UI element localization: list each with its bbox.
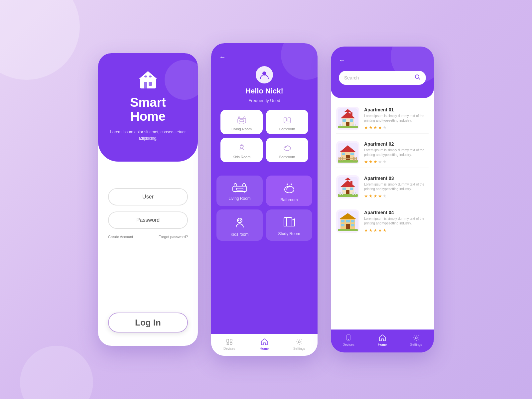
search-bottom-navigation: Devices Home Settings [331, 330, 434, 352]
back-arrow-icon[interactable]: ← [219, 53, 226, 61]
svg-rect-3 [149, 82, 152, 86]
nav-devices[interactable]: Devices [223, 338, 235, 350]
svg-rect-38 [352, 124, 354, 126]
svg-rect-36 [339, 124, 341, 126]
svg-rect-0 [140, 78, 156, 88]
search-nav-settings[interactable]: Settings [410, 334, 422, 346]
freq-card-kids-room[interactable]: Kids Room [220, 138, 263, 162]
svg-point-11 [240, 145, 243, 148]
svg-rect-65 [352, 192, 354, 195]
svg-rect-31 [346, 122, 349, 126]
svg-rect-39 [355, 124, 356, 126]
apartment-02-info: Apartment 02 Lorem ipsum is simply dummy… [364, 141, 429, 164]
apartment-04-info: Apartment 04 Lorem ipsum is simply dummy… [364, 210, 429, 233]
bottom-navigation: Devices Home Settings [211, 334, 318, 356]
search-header: ← Search [331, 47, 434, 98]
svg-point-4 [144, 75, 147, 77]
svg-point-16 [287, 184, 288, 185]
svg-rect-75 [351, 224, 354, 226]
apartment-card-01[interactable]: Apartment 01 Lorem ipsum is simply dummy… [336, 103, 429, 134]
apartment-03-stars: ★ ★ ★ ★ ★ [364, 194, 429, 199]
svg-rect-7 [238, 118, 246, 123]
svg-point-17 [291, 184, 292, 185]
rooms-section: Living Room Bathroom [211, 172, 318, 334]
forgot-password-link[interactable]: Forgot password? [159, 235, 188, 239]
svg-rect-13 [233, 186, 247, 192]
apartment-card-02[interactable]: Apartment 02 Lorem ipsum is simply dummy… [336, 138, 429, 168]
svg-rect-22 [230, 339, 232, 341]
nav-settings[interactable]: Settings [293, 338, 305, 350]
search-input[interactable]: Search [344, 75, 411, 80]
search-nav-home[interactable]: Home [378, 334, 387, 346]
freq-card-bathroom2[interactable]: Bathroom [266, 138, 308, 162]
room-card-study[interactable]: Study Room [266, 209, 312, 241]
svg-rect-45 [350, 153, 354, 155]
svg-point-12 [284, 146, 291, 151]
room-card-bathroom[interactable]: Bathroom [266, 176, 312, 206]
login-links: Create Account Forgot password? [108, 235, 188, 239]
svg-rect-21 [227, 339, 229, 342]
apartments-list: Apartment 01 Lorem ipsum is simply dummy… [331, 98, 434, 330]
svg-rect-9 [284, 118, 287, 121]
svg-rect-76 [338, 229, 358, 231]
login-form: User Password Create Account Forgot pass… [98, 162, 198, 346]
search-nav-devices-label: Devices [342, 343, 354, 346]
home-header: ← Hello Nick! Frequently Used Living Roo… [211, 43, 318, 172]
search-icon[interactable] [415, 74, 421, 81]
login-button[interactable]: Log In [108, 313, 188, 332]
apartment-01-name: Apartment 01 [364, 107, 429, 112]
greeting-text: Hello Nick! [219, 87, 310, 95]
app-tagline: Lorem ipsum dolor sit amet, consec- tetu… [108, 129, 188, 142]
svg-rect-64 [342, 192, 343, 195]
apartment-01-image [336, 107, 359, 130]
apartment-04-image [336, 209, 359, 233]
room-card-kids[interactable]: Kids room [216, 209, 263, 241]
apartment-02-name: Apartment 02 [364, 141, 429, 147]
frequently-used-grid: Living Room Bathroom Kids Room [219, 110, 310, 162]
room-living-label: Living Room [228, 196, 251, 201]
create-account-link[interactable]: Create Account [108, 235, 133, 239]
nav-settings-label: Settings [293, 347, 305, 350]
apartment-03-info: Apartment 03 Lorem ipsum is simply dummy… [364, 176, 429, 199]
search-nav-settings-label: Settings [410, 343, 422, 346]
svg-rect-23 [230, 342, 232, 344]
search-bar[interactable]: Search [339, 71, 426, 85]
user-input[interactable]: User [108, 188, 188, 205]
svg-rect-48 [340, 157, 341, 161]
svg-rect-74 [341, 224, 344, 226]
svg-point-20 [240, 220, 241, 221]
svg-point-26 [415, 75, 419, 78]
home-screen: ← Hello Nick! Frequently Used Living Roo… [211, 43, 318, 356]
apartment-03-name: Apartment 03 [364, 176, 429, 181]
svg-rect-59 [342, 188, 346, 190]
search-nav-home-label: Home [378, 343, 387, 346]
svg-rect-52 [356, 157, 357, 161]
svg-rect-61 [350, 181, 352, 184]
svg-rect-14 [236, 188, 243, 190]
freq-card-bathroom[interactable]: Bathroom [266, 110, 308, 134]
freq-card-living-room[interactable]: Living Room [220, 110, 263, 134]
login-btn-container: Log In [98, 313, 198, 332]
search-back-icon[interactable]: ← [339, 57, 426, 64]
search-nav-devices[interactable]: Devices [342, 334, 354, 346]
svg-rect-53 [338, 158, 357, 159]
freq-bathroom-label: Bathroom [279, 127, 295, 131]
svg-rect-10 [288, 118, 291, 121]
nav-home[interactable]: Home [260, 338, 269, 350]
search-screen: ← Search [331, 47, 434, 352]
svg-rect-49 [342, 157, 343, 161]
svg-rect-51 [354, 157, 355, 161]
apartment-card-04[interactable]: Apartment 04 Lorem ipsum is simply dummy… [336, 206, 429, 236]
apartment-card-03[interactable]: Apartment 03 Lorem ipsum is simply dummy… [336, 172, 429, 202]
login-screen: Smart Home Lorem ipsum dolor sit amet, c… [98, 53, 198, 346]
svg-rect-2 [144, 82, 147, 88]
password-input[interactable]: Password [108, 211, 188, 229]
nav-devices-label: Devices [223, 347, 235, 350]
apartment-02-image [336, 141, 359, 164]
freq-bathroom2-label: Bathroom [279, 155, 295, 159]
room-card-living[interactable]: Living Room [216, 176, 263, 206]
svg-rect-71 [341, 220, 344, 222]
svg-point-79 [415, 337, 417, 339]
house-logo-icon [137, 70, 159, 90]
login-header: Smart Home Lorem ipsum dolor sit amet, c… [98, 53, 198, 162]
